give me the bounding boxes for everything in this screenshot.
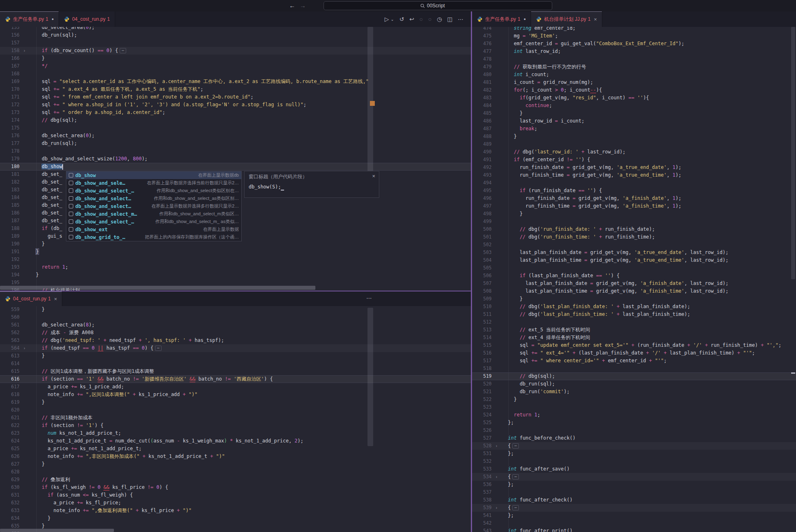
- code-line-503[interactable]: 503 last_plan_finish_date = grid_get_v(m…: [472, 249, 796, 256]
- line-number[interactable]: 186: [0, 209, 20, 217]
- line-number[interactable]: 494: [472, 179, 492, 187]
- line-number[interactable]: 634: [0, 514, 20, 522]
- code-line-474[interactable]: 474 string emf_center_id;: [472, 27, 796, 32]
- line-number[interactable]: 509: [472, 295, 492, 303]
- line-number[interactable]: 507: [472, 280, 492, 287]
- line-number[interactable]: 539: [472, 504, 492, 512]
- pane-divider-vertical[interactable]: [471, 11, 472, 532]
- code-line-561[interactable]: 561 db_select_area(8);: [0, 321, 471, 329]
- folded-code-icon[interactable]: ⋯: [155, 346, 161, 351]
- code-line-620[interactable]: 620: [0, 406, 471, 414]
- line-number[interactable]: 618: [0, 391, 20, 398]
- close-icon[interactable]: ×: [372, 173, 375, 179]
- line-number[interactable]: 522: [472, 396, 492, 403]
- code-line-534[interactable]: 534›{⋯: [472, 473, 796, 481]
- line-number[interactable]: 561: [0, 321, 20, 329]
- code-line-501[interactable]: 501 // dbg('run_finish_time: ' + run_fin…: [472, 233, 796, 241]
- line-number[interactable]: 497: [472, 202, 492, 210]
- code-line-622[interactable]: 622 if (section != '1') {: [0, 422, 471, 429]
- line-number[interactable]: 622: [0, 422, 20, 429]
- code-line-166[interactable]: 166 }: [0, 55, 471, 62]
- line-number[interactable]: 157: [0, 39, 20, 47]
- code-line-506[interactable]: 506 if (last_plan_finish_date == '') {: [472, 272, 796, 280]
- line-number[interactable]: 515: [472, 342, 492, 349]
- line-number[interactable]: 166: [0, 55, 20, 62]
- code-line-487[interactable]: 487 break;: [472, 125, 796, 133]
- line-number[interactable]: 499: [472, 218, 492, 225]
- line-number[interactable]: 173: [0, 109, 20, 116]
- line-number[interactable]: 531: [472, 450, 492, 458]
- modified-dot-icon[interactable]: ●: [52, 17, 54, 21]
- code-line-563[interactable]: 563 // dbg('need_tspf: ' + need_tspf + '…: [0, 337, 471, 344]
- code-line-628[interactable]: 628: [0, 468, 471, 476]
- profile-icon[interactable]: ◷: [437, 16, 442, 22]
- run-dropdown-icon[interactable]: ⌄: [391, 17, 394, 22]
- code-line-484[interactable]: 484 continue;: [472, 102, 796, 109]
- code-line-176[interactable]: 176 db_select_area(0);: [0, 132, 471, 140]
- code-line-509[interactable]: 509 }: [472, 295, 796, 303]
- more-actions-icon[interactable]: ⋯: [458, 16, 464, 22]
- code-line-510[interactable]: 510 // dbg('last_plan_finish_date: ' + l…: [472, 303, 796, 311]
- code-line-514[interactable]: 514 // ext_4 排单任务的下机时间: [472, 334, 796, 342]
- code-line-528[interactable]: 528›{⋯: [472, 442, 796, 450]
- code-line-490[interactable]: 490 // dbg('last_row_id: ' + last_row_id…: [472, 148, 796, 156]
- line-number[interactable]: 623: [0, 429, 20, 437]
- line-number[interactable]: 615: [0, 368, 20, 375]
- vertical-scrollbar[interactable]: [367, 27, 373, 190]
- run-button[interactable]: ▷: [385, 16, 389, 22]
- tab-04_cost_run.py[interactable]: 04_cost_run.py1: [59, 11, 115, 27]
- suggestion-item-db_show[interactable]: db_show在界面上显示数据db: [66, 171, 241, 179]
- code-line-174[interactable]: 174 // dbg(sql);: [0, 116, 471, 124]
- code-line-560[interactable]: 560: [0, 313, 471, 321]
- code-line-523[interactable]: 523: [472, 403, 796, 411]
- line-number[interactable]: 483: [472, 94, 492, 102]
- line-number[interactable]: 525: [472, 419, 492, 427]
- code-line-494[interactable]: 494: [472, 179, 796, 187]
- code-line-491[interactable]: 491 if (emf_center_id != '') {: [472, 156, 796, 164]
- code-line-627[interactable]: 627 }: [0, 460, 471, 468]
- line-number[interactable]: 486: [472, 117, 492, 125]
- code-line-180[interactable]: 180 db_show: [0, 163, 471, 171]
- line-number[interactable]: 501: [472, 233, 492, 241]
- more-actions-icon[interactable]: ⋯: [366, 295, 372, 301]
- line-number[interactable]: 520: [472, 380, 492, 388]
- code-line-157[interactable]: 157: [0, 39, 471, 47]
- line-number[interactable]: 176: [0, 132, 20, 140]
- code-line-517[interactable]: 517 sql += " where center_id='" + emf_ce…: [472, 357, 796, 365]
- line-number[interactable]: 183: [0, 186, 20, 194]
- line-number[interactable]: 619: [0, 398, 20, 406]
- code-line-500[interactable]: 500 // dbg('run_finish_date: ' + run_fin…: [472, 225, 796, 233]
- code-line-508[interactable]: 508 last_plan_finish_time = grid_get_v(m…: [472, 287, 796, 295]
- code-line-497[interactable]: 497 run_finish_time = grid_get_v(mg, 'a_…: [472, 202, 796, 210]
- line-number[interactable]: 625: [0, 445, 20, 453]
- code-line-493[interactable]: 493 run_finish_time = grid_get_v(mg, 'a_…: [472, 171, 796, 179]
- line-number[interactable]: 503: [472, 249, 492, 256]
- code-line-496[interactable]: 496 run_finish_date = grid_get_v(mg, 'a_…: [472, 195, 796, 202]
- code-line-499[interactable]: 499: [472, 218, 796, 225]
- line-number[interactable]: 489: [472, 140, 492, 148]
- code-line-486[interactable]: 486 last_row_id = i_count;: [472, 117, 796, 125]
- code-line-619[interactable]: 619 }: [0, 398, 471, 406]
- editor-left-bottom[interactable]: 559 }560561 db_select_area(8);562 // 成本 …: [0, 306, 471, 532]
- suggestion-item-db_show_and_select_[interactable]: db_show_and_select_…作用和db_show_and_selec…: [66, 218, 241, 225]
- line-number[interactable]: 191: [0, 248, 20, 256]
- line-number[interactable]: 506: [472, 272, 492, 280]
- line-number[interactable]: 534: [472, 473, 492, 481]
- suggestion-item-db_show_and_select[interactable]: db_show_and_select…在界面上显示数据并选择多行数据只显示2…: [66, 202, 241, 210]
- vertical-scrollbar[interactable]: [791, 27, 795, 279]
- line-number[interactable]: 174: [0, 116, 20, 124]
- code-line-541[interactable]: 541};: [472, 512, 796, 519]
- line-number[interactable]: 474: [472, 27, 492, 32]
- code-line-477[interactable]: 477 int last_row_id;: [472, 48, 796, 55]
- line-number[interactable]: 541: [472, 512, 492, 519]
- code-line-513[interactable]: 513 // ext_5 当前任务的下机时间: [472, 326, 796, 334]
- code-line-538[interactable]: 538int func_after_check(): [472, 496, 796, 504]
- line-number[interactable]: 181: [0, 171, 20, 178]
- code-line-531[interactable]: 531};: [472, 450, 796, 458]
- editor-right[interactable]: 474 string emf_center_id;475 mg = 'MG_It…: [472, 27, 796, 532]
- line-number[interactable]: 185: [0, 201, 20, 209]
- line-number[interactable]: 158: [0, 47, 20, 55]
- code-line-629[interactable]: 629 // 叠加返利: [0, 476, 471, 484]
- line-number[interactable]: 628: [0, 468, 20, 476]
- line-number[interactable]: 617: [0, 383, 20, 391]
